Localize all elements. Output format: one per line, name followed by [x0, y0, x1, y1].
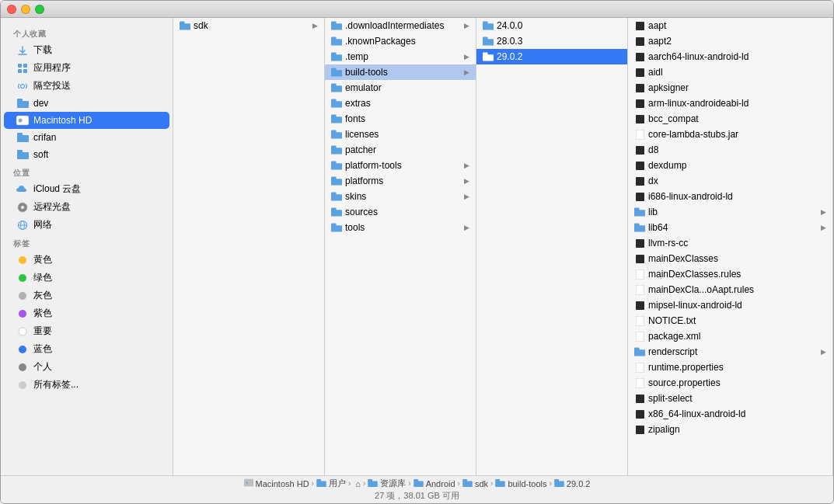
svg-point-9: [19, 119, 23, 123]
black-icon: [634, 20, 645, 31]
file-item[interactable]: zipalign: [628, 422, 832, 437]
sidebar-item-airdrop[interactable]: 隔空投送: [4, 77, 169, 95]
file-item[interactable]: mainDexClasses: [628, 251, 832, 266]
folder-icon: [16, 97, 29, 109]
file-item[interactable]: core-lambda-stubs.jar: [628, 127, 832, 142]
file-item[interactable]: mainDexClasses.rules: [628, 266, 832, 282]
file-item[interactable]: aapt2: [628, 33, 832, 49]
file-item[interactable]: extras: [325, 96, 476, 111]
file-name: fonts: [345, 113, 469, 124]
column-scroll-col1[interactable]: sdk▶: [173, 18, 324, 475]
file-item[interactable]: mainDexCla...oAapt.rules: [628, 282, 832, 297]
file-item[interactable]: bcc_compat: [628, 111, 832, 127]
sidebar-item-macintosh-hd[interactable]: Macintosh HD: [4, 112, 169, 129]
file-item[interactable]: renderscript▶: [628, 344, 832, 360]
sidebar-item-applications[interactable]: 应用程序: [4, 59, 169, 77]
sidebar-item-tag-yellow[interactable]: 黄色: [4, 251, 169, 269]
file-item[interactable]: aapt: [628, 18, 832, 33]
minimize-button[interactable]: [21, 5, 30, 14]
green-tag: [16, 272, 29, 284]
main-content: 个人收藏下载应用程序隔空投送devMacintosh HDcrifansoft位…: [1, 18, 833, 475]
black-icon: [634, 144, 645, 155]
file-item[interactable]: sources: [325, 204, 476, 220]
sidebar-item-icloud[interactable]: iCloud 云盘: [4, 180, 169, 198]
file-item[interactable]: package.xml: [628, 328, 832, 344]
file-item[interactable]: emulator: [325, 80, 476, 96]
file-item[interactable]: NOTICE.txt: [628, 313, 832, 328]
file-item[interactable]: aidl: [628, 64, 832, 80]
file-item[interactable]: .temp▶: [325, 49, 476, 64]
black-icon: [634, 191, 645, 202]
sidebar-item-tag-blue[interactable]: 蓝色: [4, 340, 169, 358]
breadcrumb-item-bc-macintosh[interactable]: Macintosh HD: [244, 478, 309, 488]
file-item[interactable]: mipsel-linux-android-ld: [628, 297, 832, 313]
file-item[interactable]: 24.0.0: [476, 18, 627, 33]
breadcrumb-item-bc-29[interactable]: 29.0.2: [554, 479, 591, 488]
file-item[interactable]: 29.0.2: [476, 49, 627, 64]
folder-icon: [331, 82, 342, 93]
sidebar-item-network[interactable]: 网络: [4, 216, 169, 234]
sidebar-item-tag-important[interactable]: 重要: [4, 322, 169, 340]
file-item[interactable]: runtime.properties: [628, 360, 832, 375]
file-item[interactable]: .knownPackages: [325, 33, 476, 49]
file-item[interactable]: lib64▶: [628, 220, 832, 235]
file-name: patcher: [345, 144, 469, 155]
sidebar-item-crifan[interactable]: crifan: [4, 129, 169, 146]
sidebar-item-tag-all[interactable]: 所有标签...: [4, 376, 169, 394]
file-item[interactable]: i686-linux-android-ld: [628, 189, 832, 204]
file-name: build-tools: [345, 67, 461, 78]
sidebar-item-tag-gray[interactable]: 灰色: [4, 287, 169, 304]
file-item[interactable]: build-tools▶: [325, 64, 476, 80]
file-item[interactable]: x86_64-linux-android-ld: [628, 406, 832, 422]
file-item[interactable]: platform-tools▶: [325, 158, 476, 173]
file-item[interactable]: fonts: [325, 111, 476, 127]
svg-rect-27: [180, 23, 190, 30]
breadcrumb-label: 29.0.2: [567, 479, 591, 488]
sidebar-item-tag-person[interactable]: 个人: [4, 358, 169, 376]
breadcrumb-item-bc-sdk[interactable]: sdk: [462, 479, 488, 488]
column-scroll-col3[interactable]: 24.0.028.0.329.0.2: [476, 18, 627, 475]
file-item[interactable]: apksigner: [628, 80, 832, 96]
sidebar-item-tag-green[interactable]: 绿色: [4, 269, 169, 287]
svg-rect-56: [331, 223, 337, 226]
breadcrumb-item-bc-user[interactable]: 用户: [316, 478, 346, 489]
svg-rect-68: [636, 99, 644, 108]
file-item[interactable]: tools▶: [325, 220, 476, 235]
file-item[interactable]: sdk▶: [173, 18, 324, 33]
sidebar-item-downloads[interactable]: 下载: [4, 41, 169, 59]
file-item[interactable]: arm-linux-androideabi-ld: [628, 96, 832, 111]
sidebar-item-remote-disk[interactable]: 远程光盘: [4, 198, 169, 216]
breadcrumb-item-bc-android[interactable]: Android: [414, 479, 455, 488]
file-item[interactable]: llvm-rs-cc: [628, 235, 832, 251]
breadcrumb-item-bc-library[interactable]: 资源库: [368, 478, 406, 489]
file-item[interactable]: skins▶: [325, 189, 476, 204]
file-item[interactable]: d8: [628, 142, 832, 158]
file-item[interactable]: 28.0.3: [476, 33, 627, 49]
sidebar-item-tag-purple[interactable]: 紫色: [4, 304, 169, 322]
file-item[interactable]: lib▶: [628, 204, 832, 220]
svg-point-22: [19, 310, 26, 318]
sidebar-section-label: 个人收藏: [1, 24, 173, 41]
file-item[interactable]: aarch64-linux-android-ld: [628, 49, 832, 64]
file-item[interactable]: split-select: [628, 391, 832, 406]
file-item[interactable]: patcher: [325, 142, 476, 158]
file-item[interactable]: dx: [628, 173, 832, 189]
column-scroll-col2[interactable]: .downloadIntermediates▶.knownPackages.te…: [325, 18, 476, 475]
file-item[interactable]: .downloadIntermediates▶: [325, 18, 476, 33]
column-scroll-col4[interactable]: aaptaapt2aarch64-linux-android-ldaidlapk…: [628, 18, 832, 475]
svg-rect-34: [331, 52, 337, 55]
file-name: source.properties: [648, 377, 826, 388]
breadcrumb-item-bc-buildtools[interactable]: build-tools: [495, 479, 546, 488]
file-item[interactable]: source.properties: [628, 375, 832, 391]
file-item[interactable]: licenses: [325, 127, 476, 142]
folder-icon: [495, 479, 505, 488]
breadcrumb-item-bc-home[interactable]: ⌂: [353, 479, 361, 488]
sidebar-item-soft[interactable]: soft: [4, 146, 169, 163]
file-item[interactable]: platforms▶: [325, 173, 476, 189]
svg-rect-58: [483, 21, 488, 24]
svg-rect-11: [17, 133, 23, 136]
file-item[interactable]: dexdump: [628, 158, 832, 173]
sidebar-item-dev[interactable]: dev: [4, 95, 169, 112]
maximize-button[interactable]: [35, 5, 44, 14]
close-button[interactable]: [7, 5, 16, 14]
